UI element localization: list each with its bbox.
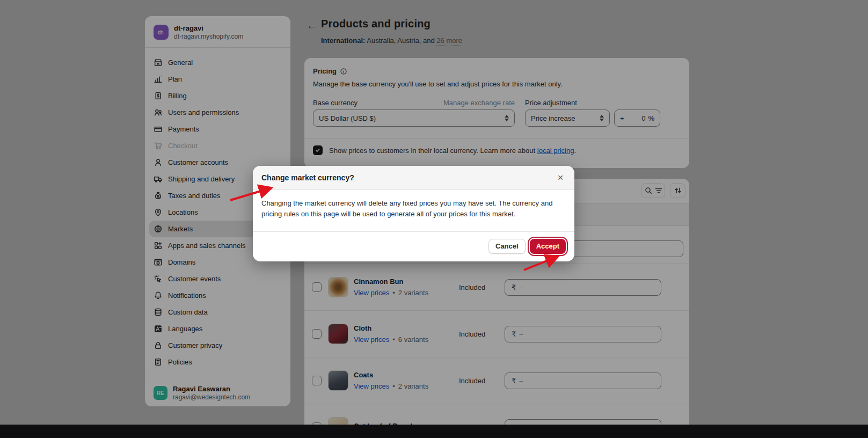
modal-header: Change market currency?: [253, 166, 574, 190]
accept-button[interactable]: Accept: [530, 239, 566, 254]
modal-title: Change market currency?: [261, 173, 354, 182]
modal-footer: Cancel Accept: [253, 231, 574, 261]
change-currency-modal: Change market currency? × Changing the m…: [253, 166, 574, 261]
shopify-settings-page: dt- dt-ragavi dt-ragavi.myshopify.com Ge…: [0, 0, 868, 438]
modal-body-text: Changing the market currency will delete…: [261, 198, 566, 220]
close-icon[interactable]: ×: [554, 171, 567, 184]
cancel-button[interactable]: Cancel: [488, 239, 526, 254]
